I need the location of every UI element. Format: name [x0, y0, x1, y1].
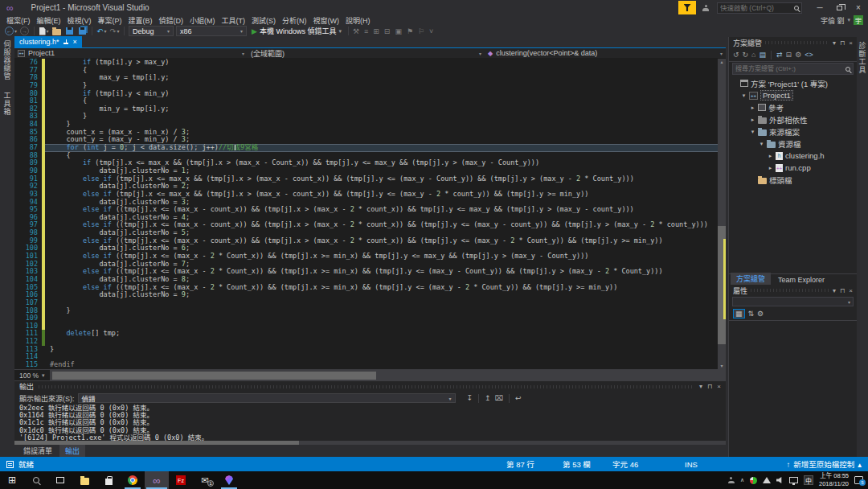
collapsed-arrow-icon[interactable]: ▸ [768, 153, 773, 159]
antivirus-icon[interactable] [750, 477, 757, 484]
se-search-input[interactable] [735, 65, 845, 72]
menu-item[interactable]: 編輯(E) [34, 17, 64, 25]
collapsed-arrow-icon[interactable]: ▸ [750, 105, 755, 111]
panel-tab[interactable]: Team Explorer [772, 275, 830, 285]
ime-indicator[interactable]: 中 [804, 475, 813, 485]
filezilla-taskbar-button[interactable]: Fz [169, 471, 193, 489]
se-forward-icon[interactable]: ↻ [743, 51, 749, 59]
editor-horizontal-scrollbar[interactable] [51, 370, 726, 380]
collapsed-arrow-icon[interactable]: ▸ [750, 117, 755, 123]
navigate-forward-button[interactable]: → [19, 26, 30, 36]
panel-grip[interactable] [39, 385, 694, 388]
taskbar-search-taskbar-button[interactable] [24, 471, 48, 489]
people-icon[interactable] [728, 477, 735, 483]
toolbar-extra-icon-1[interactable]: ⚒ [353, 27, 359, 35]
tree-item-6[interactable]: ▸hclustering.h [729, 150, 857, 162]
window-position-icon[interactable]: ▾ [699, 383, 702, 390]
window-position-icon[interactable]: ▾ [833, 39, 836, 47]
close-icon[interactable]: × [849, 39, 853, 47]
scroll-down-icon[interactable]: ▾ [720, 363, 723, 369]
toolbox-vertical-tab[interactable]: 工具箱 [2, 92, 13, 116]
panel-tab[interactable]: 方案總管 [731, 273, 771, 285]
save-all-button[interactable] [77, 26, 88, 36]
switch-views-icon[interactable]: ▤ [760, 51, 767, 59]
panel-grip[interactable] [765, 41, 829, 44]
expanded-arrow-icon[interactable]: ▾ [750, 129, 755, 135]
start-taskbar-button[interactable]: ⊞ [0, 471, 24, 489]
visual-studio-taskbar-button[interactable]: ∞ [145, 471, 169, 489]
properties-icon[interactable]: ⚙ [795, 51, 801, 59]
hscroll-thumb[interactable] [52, 372, 376, 380]
tree-item-3[interactable]: ▸外部相依性 [729, 113, 857, 125]
pin-icon[interactable]: ⊓ [840, 287, 845, 294]
output-pin-icon[interactable]: ⊓ [707, 383, 712, 390]
chrome-taskbar-button[interactable] [121, 471, 145, 489]
menu-item[interactable]: 小組(M) [186, 17, 219, 25]
categorized-icon[interactable]: ▦ [733, 309, 745, 318]
platform-dropdown[interactable]: x86▾ [176, 26, 247, 36]
panel-tab[interactable]: 輸出 [59, 445, 85, 457]
add-to-source-control-button[interactable]: ↑ 新增至原始檔控制 ▴ [786, 458, 862, 470]
output-close-icon[interactable]: × [717, 383, 721, 390]
user-avatar[interactable]: 宇 [854, 15, 863, 25]
restore-button[interactable] [829, 0, 849, 15]
panel-grip[interactable] [751, 289, 829, 292]
menu-item[interactable]: 說明(H) [342, 17, 374, 25]
action-center-icon[interactable]: 5 [854, 476, 863, 484]
hidden-icons-chevron[interactable]: ∧ [740, 477, 744, 483]
file-explorer-taskbar-button[interactable] [72, 471, 96, 489]
menu-item[interactable]: 測試(S) [248, 17, 279, 25]
sync-active-document-icon[interactable]: ⇄ [776, 51, 783, 59]
display-icon[interactable] [789, 477, 798, 483]
word-wrap-icon[interactable]: ↩ [515, 394, 522, 402]
feedback-person-icon[interactable] [702, 5, 709, 11]
menu-item[interactable]: 檢視(V) [64, 17, 95, 25]
collapsed-arrow-icon[interactable]: ▸ [768, 165, 773, 171]
menu-item[interactable]: 專案(P) [95, 17, 125, 25]
open-file-button[interactable] [51, 26, 62, 36]
navbar-scope-dropdown[interactable]: (全域範圍) ▾ [248, 48, 485, 58]
tree-item-1[interactable]: ▾++Project1 [729, 89, 857, 101]
panel-tab[interactable]: 錯誤清單 [18, 445, 58, 457]
view-code-icon[interactable]: <> [805, 51, 813, 59]
alphabetical-icon[interactable]: ⇅ [748, 310, 755, 318]
toolbar-extra-icon-6[interactable]: ⚑ [407, 27, 413, 35]
collapse-all-icon[interactable]: ⊟ [786, 51, 792, 59]
output-horizontal-scrollbar[interactable] [14, 441, 726, 445]
redo-button[interactable]: ↷▾ [109, 26, 120, 36]
close-icon[interactable]: × [849, 287, 853, 294]
quick-launch-input[interactable] [720, 4, 794, 12]
menu-item[interactable]: 檔案(F) [3, 17, 34, 25]
save-button[interactable] [64, 26, 75, 36]
previous-message-icon[interactable]: ↥ [485, 394, 491, 402]
home-icon[interactable]: ⌂ [751, 51, 755, 59]
document-tab-clustering-h[interactable]: clustering.h* × [14, 36, 82, 47]
output-lines[interactable]: 0x2eec 執行緒以返回碼 0 (0x0) 結束。0x1164 執行緒以返回碼… [14, 405, 726, 441]
tree-item-2[interactable]: ▸參考 [729, 101, 857, 113]
se-back-icon[interactable]: ↺ [733, 51, 739, 59]
navbar-member-dropdown[interactable]: ◆ clustering(vector<Point>& data) ▾ [485, 48, 726, 58]
code-editor[interactable]: 76 if (tmp[i].y > max_y)77 {78 max_y = t… [14, 59, 726, 369]
menu-item[interactable]: 分析(N) [279, 17, 310, 25]
menu-item[interactable]: 工具(T) [219, 17, 249, 25]
toolbar-extra-icon-2[interactable]: ≡ [364, 27, 368, 35]
task-view-taskbar-button[interactable] [48, 471, 72, 489]
tree-item-5[interactable]: ▾資源檔 [729, 138, 857, 150]
expanded-arrow-icon[interactable]: ▾ [741, 92, 747, 99]
clear-all-icon[interactable]: ⌧ [495, 394, 503, 402]
pin-icon[interactable] [63, 39, 69, 45]
toolbar-extra-icon-5[interactable]: ▣ [395, 27, 402, 35]
zoom-dropdown[interactable]: 100 % ▾ [14, 370, 51, 380]
toolbar-extra-icon-4[interactable]: ⊟ [384, 27, 391, 35]
user-name[interactable]: 宇倫 劉 [821, 15, 845, 26]
user-dropdown-icon[interactable]: ▾ [847, 17, 850, 23]
gradient-pin-app-taskbar-button[interactable] [217, 471, 241, 489]
configuration-dropdown[interactable]: Debug▾ [129, 26, 174, 36]
scroll-up-icon[interactable]: ▴ [720, 59, 723, 65]
goto-message-icon[interactable]: ↧ [467, 394, 473, 402]
navbar-project-dropdown[interactable]: ++ Project1 ▾ [14, 48, 248, 58]
editor-vertical-scrollbar[interactable]: ▴ ▾ [718, 59, 726, 369]
tree-item-8[interactable]: 標頭檔 [729, 174, 857, 186]
menu-item[interactable]: 視窗(W) [310, 17, 343, 25]
new-file-button[interactable]: ▾ [39, 26, 49, 36]
